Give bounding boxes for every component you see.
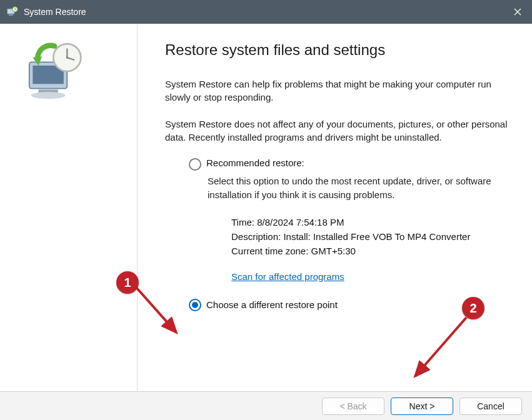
detail-time-label: Time: bbox=[231, 217, 254, 228]
annotation-badge-1: 1 bbox=[116, 271, 139, 294]
detail-tz-value: GMT+5:30 bbox=[311, 246, 356, 256]
detail-timezone: Current time zone: GMT+5:30 bbox=[231, 246, 508, 256]
restore-point-details: Time: 8/8/2024 7:54:18 PM Description: I… bbox=[231, 217, 508, 282]
title-bar: System Restore bbox=[0, 0, 532, 24]
option-recommended-label: Recommended restore: bbox=[206, 158, 304, 168]
back-button[interactable]: < Back bbox=[322, 398, 384, 415]
detail-desc-label: Description: bbox=[231, 231, 281, 242]
radio-unchecked-icon bbox=[189, 158, 201, 171]
detail-tz-label: Current time zone: bbox=[231, 246, 308, 256]
detail-description: Description: Install: Installed Free VOB… bbox=[231, 231, 508, 242]
intro-paragraph-1: System Restore can help fix problems tha… bbox=[165, 78, 508, 104]
svg-rect-1 bbox=[9, 14, 13, 16]
detail-desc-value: Install: Installed Free VOB To MP4 Conve… bbox=[283, 231, 470, 242]
wizard-main: Restore system files and settings System… bbox=[138, 24, 532, 391]
option-choose-label: Choose a different restore point bbox=[206, 299, 338, 310]
detail-time: Time: 8/8/2024 7:54:18 PM bbox=[231, 217, 508, 228]
close-button[interactable] bbox=[503, 0, 532, 24]
page-heading: Restore system files and settings bbox=[165, 41, 508, 59]
cancel-button[interactable]: Cancel bbox=[459, 398, 522, 415]
next-button[interactable]: Next > bbox=[391, 398, 453, 415]
wizard-sidebar bbox=[0, 24, 138, 391]
restore-wizard-icon bbox=[21, 95, 90, 106]
intro-paragraph-2: System Restore does not affect any of yo… bbox=[165, 118, 508, 144]
window-title: System Restore bbox=[24, 7, 86, 17]
system-restore-app-icon bbox=[5, 5, 19, 19]
option-recommended-desc: Select this option to undo the most rece… bbox=[208, 174, 508, 202]
annotation-badge-2: 2 bbox=[462, 297, 484, 319]
restore-options: Recommended restore: Select this option … bbox=[189, 158, 508, 282]
radio-checked-icon bbox=[189, 299, 201, 311]
scan-affected-programs-link[interactable]: Scan for affected programs bbox=[231, 271, 344, 282]
wizard-body: Restore system files and settings System… bbox=[0, 24, 532, 391]
wizard-footer: < Back Next > Cancel bbox=[0, 391, 532, 420]
svg-point-8 bbox=[31, 92, 66, 99]
detail-time-value: 8/8/2024 7:54:18 PM bbox=[257, 217, 344, 228]
option-recommended[interactable]: Recommended restore: bbox=[189, 158, 508, 171]
option-choose-different[interactable]: Choose a different restore point bbox=[189, 298, 508, 311]
